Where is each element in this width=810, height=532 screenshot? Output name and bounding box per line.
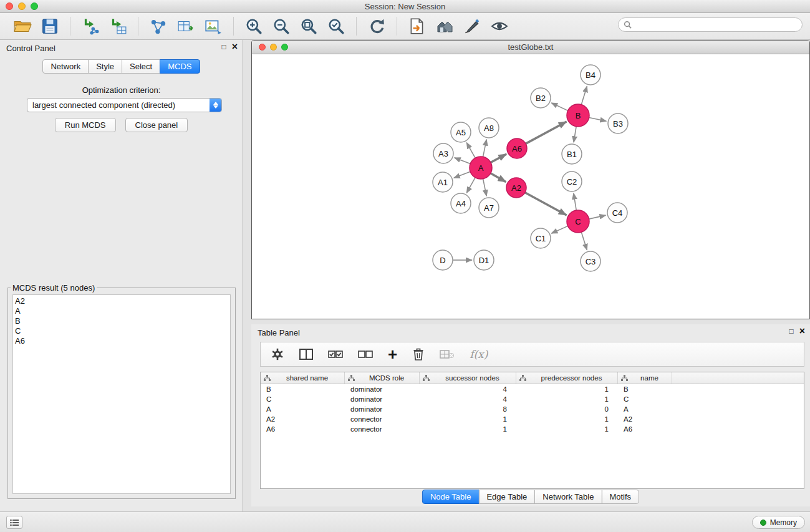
graph-node-C3[interactable]: C3 (581, 251, 600, 271)
refresh-layout-icon[interactable] (367, 17, 386, 35)
graph-edge-A-A3[interactable] (455, 158, 470, 164)
zoom-selected-icon[interactable] (327, 17, 345, 35)
graph-node-D1[interactable]: D1 (474, 250, 494, 270)
graph-edge-C-C1[interactable] (551, 226, 567, 233)
memory-button[interactable]: Memory (752, 516, 805, 529)
column-header-mcds-role[interactable]: MCDS role (345, 372, 420, 384)
graph-node-A7[interactable]: A7 (479, 198, 499, 218)
zoom-fit-icon[interactable] (299, 17, 318, 35)
result-item[interactable]: A6 (15, 336, 230, 346)
graph-edge-A-A1[interactable] (454, 172, 470, 178)
show-details-eye-icon[interactable] (490, 17, 509, 35)
graph-node-A4[interactable]: A4 (451, 193, 471, 213)
graph-node-A2[interactable]: A2 (506, 178, 526, 198)
graph-node-C[interactable]: C (567, 210, 589, 233)
import-network-icon[interactable] (81, 17, 100, 35)
result-item[interactable]: C (15, 326, 230, 336)
table-tab-network-table[interactable]: Network Table (534, 490, 602, 504)
mcds-result-list[interactable]: A2ABCA6 (12, 294, 231, 494)
tab-mcds[interactable]: MCDS (160, 59, 200, 74)
graph-edge-A-A7[interactable] (483, 179, 487, 196)
graph-node-A3[interactable]: A3 (433, 143, 453, 163)
minimize-window-button[interactable] (18, 2, 26, 10)
delete-table-icon[interactable] (440, 349, 455, 359)
task-history-button[interactable] (6, 516, 22, 529)
graph-node-A6[interactable]: A6 (507, 138, 527, 158)
float-table-panel-icon[interactable]: □ (789, 327, 793, 336)
graph-node-A5[interactable]: A5 (451, 122, 471, 142)
show-column-icon[interactable] (299, 349, 313, 360)
graph-edge-A-A2[interactable] (491, 173, 506, 182)
graph-node-A1[interactable]: A1 (433, 172, 453, 192)
table-tab-node-table[interactable]: Node Table (422, 490, 480, 504)
column-header-name[interactable]: name (618, 372, 672, 384)
graph-node-C1[interactable]: C1 (531, 228, 551, 248)
tab-style[interactable]: Style (88, 59, 122, 74)
zoom-in-icon[interactable] (244, 17, 263, 35)
table-row[interactable]: A6connector11A6 (261, 424, 804, 434)
new-network-icon[interactable] (149, 17, 168, 35)
import-table-icon[interactable] (108, 17, 127, 35)
table-row[interactable]: A2connector11A2 (261, 414, 804, 424)
graph-node-C2[interactable]: C2 (562, 172, 582, 191)
close-window-button[interactable] (6, 2, 13, 10)
graph-node-D[interactable]: D (433, 250, 453, 270)
graph-edge-A-A8[interactable] (483, 140, 487, 157)
open-recent-icon[interactable] (408, 17, 427, 35)
graph-edge-B-B4[interactable] (581, 86, 587, 105)
graph-node-B3[interactable]: B3 (608, 114, 628, 133)
toolbar-search[interactable] (618, 17, 803, 32)
search-input[interactable] (634, 21, 802, 29)
table-row[interactable]: Bdominator41B (261, 384, 804, 394)
graph-edge-B-B3[interactable] (589, 118, 607, 122)
graph-edge-B-B1[interactable] (574, 127, 576, 142)
graph-edge-A-A4[interactable] (466, 178, 475, 193)
save-session-icon[interactable] (41, 17, 59, 35)
table-tab-motifs[interactable]: Motifs (601, 490, 639, 504)
graph-node-B4[interactable]: B4 (581, 65, 600, 85)
graph-node-B2[interactable]: B2 (531, 88, 551, 108)
home-view-icon[interactable] (435, 17, 454, 35)
graph-edge-A6-B[interactable] (526, 122, 566, 143)
open-session-icon[interactable] (13, 17, 32, 35)
float-panel-icon[interactable]: □ (221, 42, 226, 51)
network-zoom-button[interactable] (281, 44, 288, 51)
network-close-button[interactable] (259, 44, 266, 51)
graph-edge-C-C3[interactable] (581, 232, 587, 250)
column-header-successor-nodes[interactable]: successor nodes (420, 372, 516, 384)
graph-node-A[interactable]: A (470, 157, 492, 179)
create-column-icon[interactable]: + (388, 348, 397, 360)
graph-node-B1[interactable]: B1 (562, 144, 582, 164)
zoom-out-icon[interactable] (272, 17, 291, 35)
tab-select[interactable]: Select (122, 59, 160, 74)
graph-edge-A2-C[interactable] (525, 193, 567, 215)
table-tab-edge-table[interactable]: Edge Table (478, 490, 535, 504)
graph-edge-A-A5[interactable] (466, 143, 475, 158)
apply-style-icon[interactable] (463, 17, 481, 35)
table-settings-gear-icon[interactable] (271, 347, 284, 361)
criterion-dropdown[interactable]: largest connected component (directed) (27, 98, 222, 112)
close-panel-button[interactable]: Close panel (125, 118, 188, 132)
zoom-window-button[interactable] (31, 2, 38, 10)
close-panel-icon[interactable]: × (232, 42, 238, 51)
table-row[interactable]: Adominator80A (261, 404, 804, 414)
close-table-panel-icon[interactable]: × (799, 327, 805, 336)
network-minimize-button[interactable] (270, 44, 277, 51)
delete-column-trash-icon[interactable] (412, 347, 425, 361)
graph-node-C4[interactable]: C4 (607, 203, 627, 223)
result-item[interactable]: A (15, 306, 230, 316)
unselect-all-columns-icon[interactable] (358, 350, 373, 359)
result-item[interactable]: A2 (15, 296, 230, 306)
result-item[interactable]: B (15, 316, 230, 326)
export-image-icon[interactable] (204, 17, 223, 35)
graph-edge-C-C2[interactable] (574, 193, 576, 210)
graph-edge-B-B2[interactable] (551, 103, 567, 110)
network-canvas[interactable]: AA2A6BCA1A3A4A5A7A8B1B2B3B4C1C2C3C4DD1 (252, 54, 809, 319)
export-table-icon[interactable] (176, 17, 195, 35)
run-mcds-button[interactable]: Run MCDS (55, 118, 116, 132)
table-row[interactable]: Cdominator41C (261, 394, 804, 404)
network-window-titlebar[interactable]: testGlobe.txt (252, 41, 809, 54)
tab-network[interactable]: Network (42, 59, 89, 74)
column-header-shared-name[interactable]: shared name (261, 372, 345, 384)
graph-edge-C-C4[interactable] (589, 215, 606, 219)
